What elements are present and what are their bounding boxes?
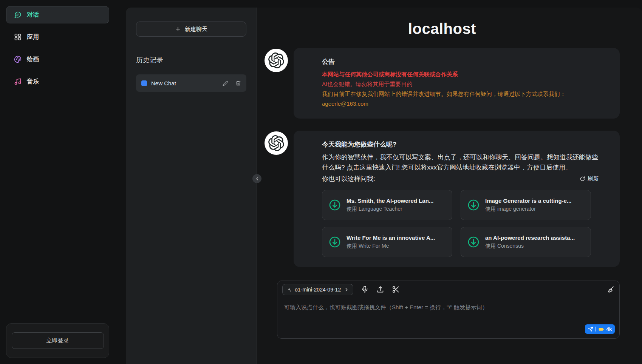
- prompt-hint: 你也可以这样问我:: [322, 174, 375, 183]
- arrow-down-circle-icon: [467, 199, 480, 211]
- suggestion-title: an AI-powered research assista...: [485, 234, 575, 241]
- login-button[interactable]: 立即登录: [12, 332, 104, 349]
- suggestion-card[interactable]: Image Generator is a cutting-e... 使用 ima…: [461, 190, 591, 220]
- suggestion-title: Write For Me is an innovative A...: [347, 234, 435, 241]
- sidebar-item-label: 绘画: [27, 56, 39, 63]
- collapse-sidebar-button[interactable]: [252, 174, 261, 183]
- suggestion-subtitle: 使用 Write For Me: [347, 243, 435, 250]
- new-chat-button[interactable]: 新建聊天: [136, 22, 246, 37]
- composer-input-area: 4k: [277, 298, 619, 338]
- token-count: 4k: [606, 326, 612, 332]
- plus-icon: [175, 26, 181, 32]
- suggestion-title: Image Generator is a cutting-e...: [485, 197, 571, 204]
- suggestion-title: Ms. Smith, the AI-powered Lan...: [347, 197, 433, 204]
- sidebar-item-label: 应用: [27, 33, 39, 41]
- music-note-icon: [14, 78, 22, 85]
- chevron-right-icon: [344, 287, 349, 292]
- history-title: 历史记录: [136, 56, 246, 65]
- sparkle-icon: [286, 287, 292, 292]
- send-button[interactable]: 4k: [585, 324, 615, 334]
- openai-logo-icon: [268, 52, 284, 68]
- suggestion-card[interactable]: Write For Me is an innovative A... 使用 Wr…: [322, 227, 452, 257]
- suggestion-subtitle: 使用 image generator: [485, 206, 571, 213]
- session-chat-icon: [141, 80, 147, 86]
- sidebar-item-label: 对话: [27, 11, 39, 19]
- sidebar-footer: 立即登录: [6, 323, 109, 358]
- workspace: 新建聊天 历史记录 New Chat localhost: [126, 8, 642, 364]
- assistant-message-announcement: 公告 本网站与任何其他公司或商标没有任何关联或合作关系 AI也会犯错。请勿将其用…: [265, 48, 620, 119]
- session-title: New Chat: [151, 80, 218, 86]
- openai-logo-icon: [268, 135, 284, 151]
- refresh-icon: [580, 176, 585, 182]
- model-selector[interactable]: o1-mini-2024-09-12: [282, 284, 353, 295]
- session-list-item[interactable]: New Chat: [136, 74, 246, 92]
- microphone-button[interactable]: [361, 285, 369, 293]
- suggestion-grid: Ms. Smith, the AI-powered Lan... 使用 Lang…: [322, 190, 599, 257]
- palette-icon: [14, 56, 22, 63]
- announcement-heading: 公告: [322, 57, 599, 66]
- assistant-avatar: [265, 131, 288, 155]
- arrow-down-circle-icon: [328, 236, 341, 248]
- sidebar-item-chat[interactable]: 对话: [6, 6, 109, 23]
- assistant-avatar: [265, 49, 288, 72]
- welcome-bubble: 今天我能为您做些什么呢? 作为你的智慧伙伴，我不仅可以写文案、出点子，还可以和你…: [294, 131, 620, 267]
- announcement-line-3: 我们目前正在修复我们网站上的错误并改进细节。如果您有任何疑问，请通过以下方式联系…: [322, 89, 599, 99]
- model-name: o1-mini-2024-09-12: [295, 287, 341, 293]
- new-chat-label: 新建聊天: [185, 26, 207, 33]
- clear-context-broom-button[interactable]: [606, 285, 614, 293]
- arrow-down-circle-icon: [328, 199, 341, 211]
- welcome-heading: 今天我能为您做些什么呢?: [322, 140, 599, 149]
- paper-plane-icon: [588, 327, 593, 332]
- badge-divider: [596, 327, 596, 332]
- chat-main: localhost 公告 本网站与任何其他公司或商标没有任何关联或合作关系 AI…: [257, 8, 642, 364]
- sidebar-item-drawing[interactable]: 绘画: [6, 51, 109, 68]
- scissors-button[interactable]: [392, 285, 400, 293]
- edit-session-icon[interactable]: [223, 80, 228, 86]
- suggestion-subtitle: 使用 Language Teacher: [347, 206, 433, 213]
- session-panel: 新建聊天 历史记录 New Chat: [126, 8, 257, 364]
- contact-email-link[interactable]: ageerle@163.com: [322, 100, 368, 107]
- announcement-line-1: 本网站与任何其他公司或商标没有任何关联或合作关系: [322, 69, 599, 79]
- main-sidebar: 对话 应用 绘画 音乐 立即登录: [0, 0, 115, 364]
- sidebar-item-label: 音乐: [27, 78, 39, 86]
- sidebar-item-apps[interactable]: 应用: [6, 28, 109, 46]
- suggestion-card[interactable]: an AI-powered research assista... 使用 Con…: [461, 227, 591, 257]
- refresh-label: 刷新: [588, 175, 599, 182]
- arrow-down-circle-icon: [467, 236, 480, 248]
- composer: o1-mini-2024-09-12: [277, 281, 620, 339]
- apps-grid-icon: [14, 33, 22, 41]
- chat-bubble-icon: [14, 11, 22, 19]
- composer-input[interactable]: [283, 303, 613, 333]
- page-title: localhost: [265, 20, 620, 37]
- upload-button[interactable]: [376, 285, 384, 293]
- suggestion-subtitle: 使用 Consensus: [485, 243, 575, 250]
- composer-toolbar: o1-mini-2024-09-12: [277, 281, 619, 298]
- chevron-left-icon: [255, 176, 260, 181]
- battery-icon: [599, 327, 604, 332]
- sidebar-item-music[interactable]: 音乐: [6, 73, 109, 90]
- refresh-suggestions-button[interactable]: 刷新: [580, 175, 599, 182]
- welcome-body: 作为你的智慧伙伴，我不仅可以写文案、出点子，还可以和你聊天、回答问题。想知道我还…: [322, 152, 599, 173]
- assistant-message-welcome: 今天我能为您做些什么呢? 作为你的智慧伙伴，我不仅可以写文案、出点子，还可以和你…: [265, 131, 620, 267]
- delete-session-icon[interactable]: [235, 80, 241, 86]
- announcement-bubble: 公告 本网站与任何其他公司或商标没有任何关联或合作关系 AI也会犯错。请勿将其用…: [294, 48, 620, 119]
- app-window: 对话 应用 绘画 音乐 立即登录: [0, 0, 642, 364]
- announcement-line-2: AI也会犯错。请勿将其用于重要目的: [322, 79, 599, 89]
- suggestion-card[interactable]: Ms. Smith, the AI-powered Lan... 使用 Lang…: [322, 190, 452, 220]
